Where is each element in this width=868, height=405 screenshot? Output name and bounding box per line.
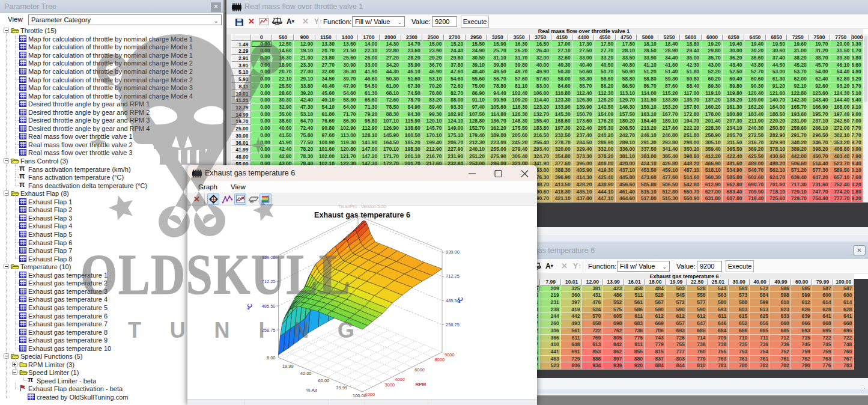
svg-text:℃: ℃ [458, 297, 464, 303]
svg-text:9000: 9000 [445, 352, 455, 358]
svg-text:% Air: % Air [306, 388, 318, 393]
svg-text:19.99: 19.99 [282, 364, 294, 369]
svg-text:1: 1 [269, 198, 270, 203]
svg-text:6000: 6000 [414, 367, 425, 373]
svg-text:79.99: 79.99 [336, 385, 347, 391]
svg-text:4000: 4000 [395, 377, 405, 382]
svg-text:℃: ℃ [247, 304, 253, 310]
svg-text:939.00: 939.00 [446, 249, 460, 255]
svg-text:RPM: RPM [416, 382, 426, 387]
svg-text:939.00: 939.00 [262, 255, 276, 260]
svg-text:8000: 8000 [434, 357, 445, 362]
svg-text:485.50: 485.50 [262, 303, 276, 309]
svg-text:258.75: 258.75 [262, 327, 276, 333]
svg-text:712.25: 712.25 [446, 273, 460, 279]
svg-text:1000: 1000 [365, 392, 375, 397]
svg-text:6.00: 6.00 [267, 355, 276, 361]
svg-text:60.00: 60.00 [318, 378, 330, 383]
svg-text:712.25: 712.25 [262, 279, 276, 284]
svg-text:3000: 3000 [385, 382, 395, 388]
svg-text:258.75: 258.75 [446, 322, 460, 327]
svg-text:40.00: 40.00 [300, 371, 312, 376]
